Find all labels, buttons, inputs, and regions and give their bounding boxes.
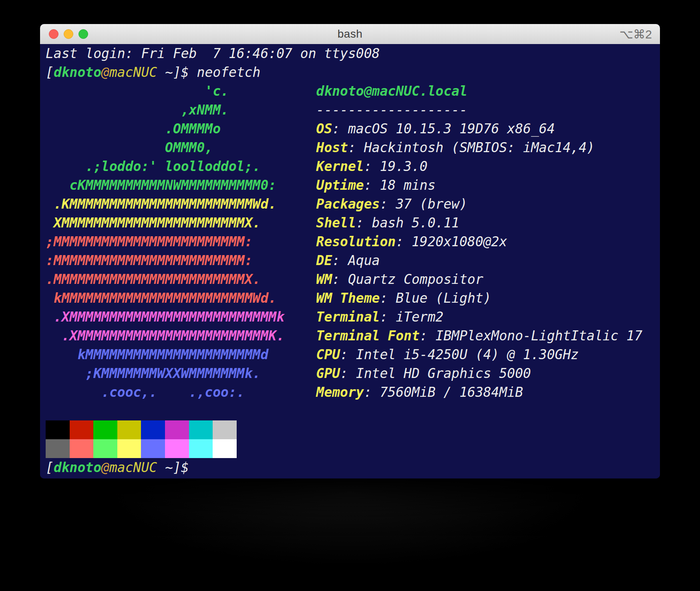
shell-prompt-line-2: [dknoto@macNUC ~]$ <box>46 458 660 477</box>
window-shortcut-badge: ⌥⌘2 <box>620 24 652 44</box>
palette-row <box>46 439 660 458</box>
terminal-window: bash ⌥⌘2 Last login: Fri Feb 7 16:46:07 … <box>40 24 660 478</box>
prompt-bracket: [ <box>46 64 54 80</box>
color-swatch <box>213 420 237 439</box>
color-swatch <box>165 439 189 458</box>
neofetch-line: ,xNMM. ------------------- <box>46 101 660 119</box>
color-swatch <box>213 439 237 458</box>
zoom-button[interactable] <box>78 29 88 39</box>
neofetch-line: OMMM0, Host: Hackintosh (SMBIOS: iMac14,… <box>46 138 660 157</box>
color-swatch <box>70 439 94 458</box>
color-swatch <box>141 439 165 458</box>
minimize-button[interactable] <box>64 29 73 39</box>
neofetch-line: XMMMMMMMMMMMMMMMMMMMMMMMX. Shell: bash 5… <box>46 213 660 232</box>
typed-command: neofetch <box>189 64 261 80</box>
prompt-at: @ <box>101 64 109 80</box>
titlebar[interactable]: bash ⌥⌘2 <box>40 24 660 44</box>
color-swatch <box>117 439 141 458</box>
color-swatch <box>189 439 213 458</box>
color-swatch <box>46 439 70 458</box>
color-swatch <box>46 420 70 439</box>
neofetch-line: .KMMMMMMMMMMMMMMMMMMMMMMMWd. Packages: 3… <box>46 195 660 213</box>
prompt-at: @ <box>101 460 109 475</box>
terminal-screen[interactable]: Last login: Fri Feb 7 16:46:07 on ttys00… <box>40 44 660 478</box>
neofetch-line: ;KMMMMMMMWXXWMMMMMMMk. GPU: Intel HD Gra… <box>46 364 660 383</box>
prompt-suffix: ~]$ <box>157 460 189 475</box>
traffic-lights <box>49 24 88 44</box>
neofetch-line: .;loddo:' loolloddol;. Kernel: 19.3.0 <box>46 157 660 176</box>
desktop-background: bash ⌥⌘2 Last login: Fri Feb 7 16:46:07 … <box>0 0 700 591</box>
prompt-host: macNUC <box>109 460 157 475</box>
palette-row <box>46 420 660 439</box>
neofetch-line: :MMMMMMMMMMMMMMMMMMMMMMMM: DE: Aqua <box>46 251 660 270</box>
neofetch-line: kMMMMMMMMMMMMMMMMMMMMMMd CPU: Intel i5-4… <box>46 345 660 364</box>
window-title: bash <box>40 28 660 40</box>
color-swatch <box>117 420 141 439</box>
neofetch-line: .OMMMMo OS: macOS 10.15.3 19D76 x86_64 <box>46 119 660 138</box>
neofetch-line: .MMMMMMMMMMMMMMMMMMMMMMMMX. WM: Quartz C… <box>46 270 660 289</box>
neofetch-line: .XMMMMMMMMMMMMMMMMMMMMMMMMMMk Terminal: … <box>46 308 660 326</box>
prompt-host: macNUC <box>109 64 157 80</box>
prompt-suffix: ~]$ <box>157 64 189 80</box>
neofetch-line: .XMMMMMMMMMMMMMMMMMMMMMMMMK. Terminal Fo… <box>46 326 660 345</box>
prompt-user: dknoto <box>54 460 101 475</box>
neofetch-output: 'c. dknoto@macNUC.local ,xNMM. ---------… <box>46 82 660 420</box>
shell-prompt-line: [dknoto@macNUC ~]$ neofetch <box>46 63 660 82</box>
color-swatch <box>93 439 117 458</box>
color-swatch <box>165 420 189 439</box>
color-swatch <box>189 420 213 439</box>
neofetch-line: kMMMMMMMMMMMMMMMMMMMMMMMMWd. WM Theme: B… <box>46 289 660 308</box>
prompt-user: dknoto <box>54 64 101 80</box>
color-swatch <box>93 420 117 439</box>
color-swatch <box>141 420 165 439</box>
neofetch-line: 'c. dknoto@macNUC.local <box>46 82 660 101</box>
ansi-color-palette <box>46 420 660 458</box>
color-swatch <box>70 420 94 439</box>
neofetch-line: ;MMMMMMMMMMMMMMMMMMMMMMMM: Resolution: 1… <box>46 232 660 251</box>
neofetch-line: .cooc,. .,coo:. Memory: 7560MiB / 16384M… <box>46 383 660 402</box>
close-button[interactable] <box>49 29 58 39</box>
last-login-line: Last login: Fri Feb 7 16:46:07 on ttys00… <box>46 44 660 63</box>
neofetch-line: cKMMMMMMMMMMNWMMMMMMMMMM0: Uptime: 18 mi… <box>46 176 660 195</box>
